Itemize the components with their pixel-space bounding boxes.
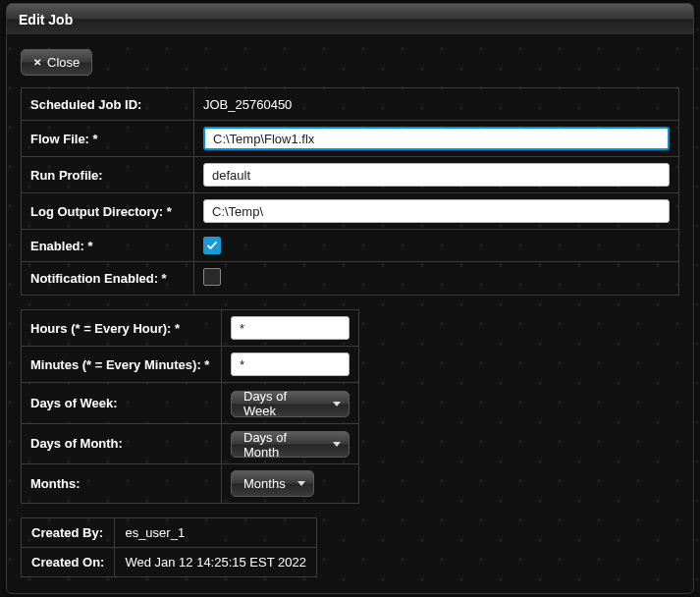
days-of-week-selected: Days of Week [243, 389, 321, 418]
label-created-on: Created On: [22, 548, 115, 577]
label-enabled: Enabled: * [22, 230, 194, 262]
log-output-dir-input[interactable] [203, 199, 670, 223]
minutes-input[interactable] [231, 353, 350, 376]
edit-job-dialog: Edit Job ✕ Close Scheduled Job ID: JOB_2… [6, 3, 694, 594]
meta-table: Created By: es_user_1 Created On: Wed Ja… [21, 517, 317, 577]
label-log-output-dir: Log Output Directory: * [22, 193, 194, 230]
label-months: Months: [22, 464, 222, 504]
value-created-on: Wed Jan 12 14:25:15 EST 2022 [115, 548, 317, 577]
dialog-title: Edit Job [19, 12, 73, 27]
close-button-label: Close [47, 55, 80, 70]
label-days-of-month: Days of Month: [22, 423, 222, 464]
chevron-down-icon [333, 402, 341, 407]
notification-enabled-checkbox[interactable] [203, 268, 221, 286]
job-fields-table: Scheduled Job ID: JOB_25760450 Flow File… [21, 87, 679, 296]
flow-file-input[interactable] [203, 127, 670, 150]
days-of-month-selected: Days of Month [243, 430, 321, 460]
days-of-month-dropdown[interactable]: Days of Month [231, 431, 350, 458]
chevron-down-icon [333, 442, 341, 447]
enabled-checkbox[interactable] [203, 237, 221, 254]
label-run-profile: Run Profile: [22, 157, 194, 193]
check-icon [206, 240, 218, 251]
label-created-by: Created By: [22, 518, 115, 548]
hours-input[interactable] [231, 316, 350, 340]
label-flow-file: Flow File: * [22, 121, 194, 157]
months-selected: Months [243, 476, 286, 491]
label-hours: Hours (* = Every Hour): * [22, 310, 222, 347]
months-dropdown[interactable]: Months [231, 470, 314, 497]
value-scheduled-job-id: JOB_25760450 [194, 88, 679, 121]
days-of-week-dropdown[interactable]: Days of Week [231, 391, 350, 417]
chevron-down-icon [297, 481, 305, 486]
close-button[interactable]: ✕ Close [21, 49, 92, 76]
dialog-titlebar: Edit Job [7, 4, 693, 35]
label-minutes: Minutes (* = Every Minutes): * [22, 347, 222, 383]
value-created-by: es_user_1 [115, 518, 317, 548]
label-days-of-week: Days of Week: [22, 383, 222, 424]
schedule-table: Hours (* = Every Hour): * Minutes (* = E… [21, 309, 359, 504]
close-icon: ✕ [33, 58, 41, 68]
label-notification-enabled: Notification Enabled: * [22, 262, 194, 296]
label-scheduled-job-id: Scheduled Job ID: [22, 88, 194, 121]
run-profile-input[interactable] [203, 163, 670, 187]
